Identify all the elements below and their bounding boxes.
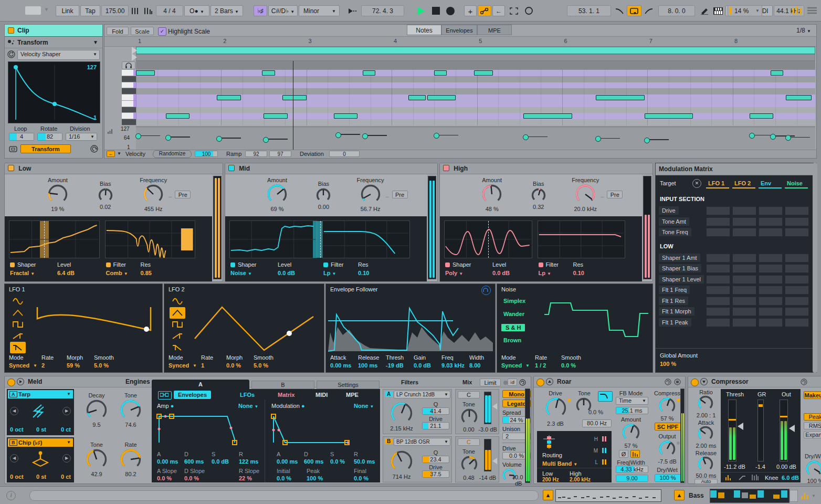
- matrix-row-flt-1-freq[interactable]: Flt 1 Freq: [659, 286, 690, 294]
- mid-shaper-type[interactable]: Noise ▼: [230, 270, 252, 276]
- midi-note[interactable]: [434, 70, 447, 76]
- lfo1-rate-value[interactable]: 2: [41, 362, 45, 369]
- out-meter[interactable]: [780, 400, 788, 461]
- fb-phase-button[interactable]: Ø: [619, 450, 628, 458]
- mod-env-graph[interactable]: [269, 412, 377, 447]
- draw-mode-button[interactable]: [698, 5, 711, 16]
- high-shaper-toggle[interactable]: Shaper: [445, 261, 471, 268]
- thresh-meter[interactable]: [728, 400, 736, 461]
- mod-d-value[interactable]: 600 ms: [304, 458, 323, 465]
- velocity-ramp[interactable]: [773, 135, 795, 136]
- sc-hpf-button[interactable]: SC HPF: [655, 423, 681, 430]
- high-shaper-type[interactable]: Poly ▼: [445, 270, 463, 276]
- lfo-sine-icon[interactable]: [170, 296, 185, 307]
- matrix-cell[interactable]: [759, 275, 783, 284]
- fb-time-field[interactable]: 25.1 ms: [616, 407, 648, 414]
- envf-attack-value[interactable]: 0.00 ms: [330, 362, 351, 369]
- engine-a-prev-button[interactable]: ◀: [10, 407, 18, 415]
- matrix-col-lfo1[interactable]: LFO 1: [708, 180, 724, 186]
- low-bias-value[interactable]: 0.02: [92, 204, 119, 210]
- low-shaper-graph[interactable]: [9, 220, 100, 258]
- piano-keys[interactable]: [122, 70, 136, 125]
- envf-width-value[interactable]: 8.00: [469, 362, 480, 369]
- engine-b-knob1-value[interactable]: 42.9: [83, 471, 110, 477]
- info-icon[interactable]: i: [6, 491, 16, 500]
- grid-zoom-label[interactable]: 1/8 ▼: [796, 27, 811, 34]
- comp-drywet-knob[interactable]: [806, 460, 821, 477]
- engine-a-selector[interactable]: A Tarp ▼: [8, 390, 73, 398]
- low-shaper-type[interactable]: Fractal ▼: [10, 270, 35, 276]
- mid-shaper-toggle[interactable]: Shaper: [230, 261, 256, 268]
- velocity-ramp[interactable]: [365, 135, 387, 136]
- expand-button[interactable]: Expand: [804, 431, 821, 438]
- roar-fold-icon[interactable]: [546, 378, 553, 385]
- velocity-marker[interactable]: [595, 136, 601, 142]
- envf-listen-button[interactable]: [481, 286, 491, 295]
- subtab-matrix[interactable]: Matrix: [278, 392, 294, 398]
- matrix-col-lfo2[interactable]: LFO 2: [734, 180, 751, 186]
- matrix-cell[interactable]: [706, 275, 730, 284]
- attack-value[interactable]: 2.00 ms: [692, 443, 720, 449]
- loop-start-field[interactable]: 53. 1. 1: [567, 5, 611, 16]
- sync-icon[interactable]: [519, 379, 526, 386]
- velocity-marker[interactable]: [362, 133, 368, 139]
- noise-rate-value[interactable]: 1 / 2: [535, 362, 546, 369]
- piano-key-white[interactable]: [122, 82, 136, 89]
- mid-freq-value[interactable]: 56.7 Hz: [353, 206, 388, 212]
- engine-b-ct[interactable]: 0 ct: [61, 474, 71, 480]
- scroll-start-marker-icon[interactable]: [132, 54, 137, 61]
- record-button[interactable]: [444, 5, 457, 16]
- chain-extra[interactable]: [790, 490, 798, 502]
- thresh-value[interactable]: -11.2 dB: [724, 464, 745, 470]
- matrix-cell[interactable]: [785, 217, 809, 226]
- filter-a-freq-value[interactable]: 2.15 kHz: [385, 425, 418, 432]
- band-high-enable[interactable]: [443, 165, 449, 171]
- piano-key-black[interactable]: [122, 88, 136, 94]
- high-amount-value[interactable]: 48 %: [476, 206, 508, 212]
- matrix-cell[interactable]: [706, 318, 730, 327]
- velocity-ramp[interactable]: [219, 138, 241, 139]
- matrix-row-shaper-1-amt[interactable]: Shaper 1 Amt: [659, 254, 700, 262]
- engine-a-st[interactable]: 0 st: [36, 426, 46, 433]
- band-low-enable[interactable]: [8, 165, 14, 171]
- scale-toggle-button[interactable]: ♭♯: [254, 5, 267, 16]
- matrix-cell[interactable]: [759, 206, 783, 215]
- low-pre-button[interactable]: Pre: [175, 191, 191, 198]
- lfo1-smooth-value[interactable]: 5.0 %: [94, 362, 109, 369]
- cpu-meter[interactable]: 14 % ▼: [728, 5, 762, 16]
- scroll-strip[interactable]: [136, 54, 815, 61]
- meld-power-led[interactable]: [7, 379, 15, 386]
- envf-thresh-value[interactable]: -19 dB: [386, 362, 404, 369]
- matrix-row-drive[interactable]: Drive: [659, 206, 679, 215]
- midi-note[interactable]: [474, 70, 493, 76]
- engine-a-knob2-value[interactable]: 74.6: [118, 422, 144, 428]
- amp-env-mod-select[interactable]: None ▼: [238, 403, 258, 409]
- velocity-ramp[interactable]: [598, 138, 620, 139]
- matrix-row-tone-freq[interactable]: Tone Freq: [659, 228, 691, 236]
- mod-initial-value[interactable]: 0.0 %: [277, 475, 291, 481]
- stop-button[interactable]: [429, 5, 442, 16]
- low-amount-value[interactable]: 19 %: [42, 206, 73, 212]
- midi-note[interactable]: [771, 70, 783, 76]
- filter-a-tag[interactable]: A: [385, 391, 393, 397]
- mix-a-vol-handle[interactable]: [492, 403, 497, 410]
- matrix-cell[interactable]: [759, 318, 783, 327]
- envf-gain-value[interactable]: 0.0 dB: [414, 362, 431, 369]
- metronome-icon[interactable]: [142, 5, 154, 16]
- low-freq-knob[interactable]: [143, 184, 163, 204]
- matrix-cell[interactable]: [732, 254, 756, 262]
- mod-env-mod-select[interactable]: None ▼: [354, 403, 374, 409]
- matrix-cell[interactable]: [785, 275, 809, 284]
- midi-note[interactable]: [136, 70, 155, 76]
- comp-drywet-value[interactable]: 100 %: [803, 478, 821, 484]
- low-filter-graph[interactable]: [105, 220, 196, 258]
- matrix-row-shaper-1-level[interactable]: Shaper 1 Level: [659, 275, 704, 284]
- velocity-shaper-graph[interactable]: 127 1: [8, 61, 100, 123]
- lfo2-rate-value[interactable]: 1: [201, 362, 204, 369]
- mid-pre-button[interactable]: Pre: [392, 191, 408, 198]
- midi-note[interactable]: [786, 95, 812, 100]
- matrix-cell[interactable]: [759, 307, 783, 316]
- matrix-cell[interactable]: [785, 318, 809, 327]
- compress-value[interactable]: 57 %: [650, 415, 684, 422]
- mid-amount-knob[interactable]: [267, 184, 287, 204]
